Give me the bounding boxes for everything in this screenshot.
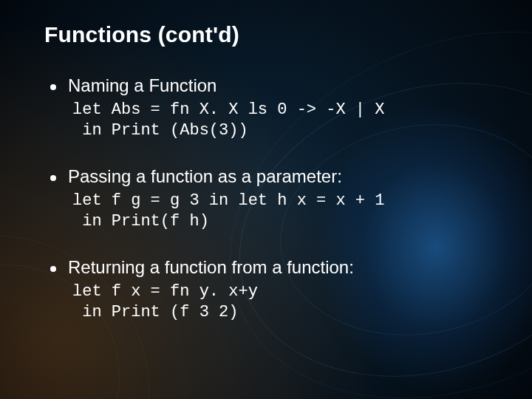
bullet-list: Naming a Function let Abs = fn X. X ls 0…	[44, 75, 488, 323]
bullet-heading: Naming a Function	[68, 75, 216, 97]
code-block: let f g = g 3 in let h x = x + 1 in Prin…	[72, 191, 488, 232]
slide-title: Functions (cont'd)	[44, 22, 532, 47]
bullet-icon	[50, 175, 56, 181]
code-block: let f x = fn y. x+y in Print (f 3 2)	[72, 282, 488, 323]
slide: Functions (cont'd) Naming a Function let…	[0, 0, 532, 399]
bullet-heading: Returning a function from a function:	[68, 257, 354, 279]
code-block: let Abs = fn X. X ls 0 -> -X | X in Prin…	[72, 100, 488, 141]
list-item: Naming a Function let Abs = fn X. X ls 0…	[44, 75, 488, 141]
bullet-row: Returning a function from a function:	[44, 257, 488, 279]
list-item: Passing a function as a parameter: let f…	[44, 166, 488, 232]
list-item: Returning a function from a function: le…	[44, 257, 488, 323]
bullet-icon	[50, 84, 56, 90]
bullet-row: Naming a Function	[44, 75, 488, 97]
bullet-row: Passing a function as a parameter:	[44, 166, 488, 188]
bullet-heading: Passing a function as a parameter:	[68, 166, 342, 188]
bullet-icon	[50, 266, 56, 272]
